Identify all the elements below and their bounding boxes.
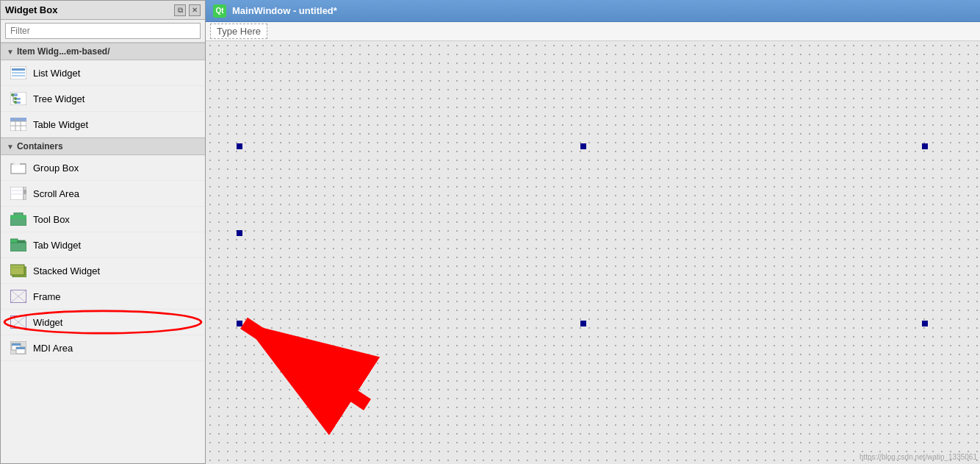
section-item-views-label: Item Widg...em-based/ — [17, 46, 110, 57]
widget-icon — [10, 313, 27, 331]
canvas-area[interactable]: 打开 https://blog.csdn.net/watin_1335061 — [206, 41, 980, 464]
main-title: MainWindow - untitled* — [232, 5, 337, 16]
scroll-area-label: Scroll Area — [33, 188, 79, 199]
tool-box-label: Tool Box — [33, 214, 70, 225]
svg-rect-1 — [12, 68, 25, 71]
svg-rect-37 — [10, 265, 24, 275]
qt-icon: Qt — [213, 4, 226, 18]
section-containers[interactable]: ▼ Containers — [1, 138, 205, 155]
frame-icon — [10, 288, 27, 305]
close-button[interactable]: ✕ — [189, 4, 201, 16]
sidebar-item-tab-widget[interactable]: Tab Widget — [1, 232, 205, 258]
svg-rect-32 — [10, 215, 26, 218]
widget-box-titlebar: Widget Box ⧉ ✕ — [1, 1, 205, 20]
tab-icon — [10, 236, 27, 254]
float-button[interactable]: ⧉ — [174, 4, 186, 16]
canvas-dot — [237, 321, 242, 326]
svg-rect-35 — [18, 240, 25, 243]
svg-rect-48 — [12, 343, 21, 346]
titlebar-buttons: ⧉ ✕ — [174, 4, 201, 16]
sidebar-item-widget[interactable]: Widget — [1, 310, 205, 335]
stacked-widget-label: Stacked Widget — [33, 265, 100, 276]
svg-point-13 — [14, 101, 17, 104]
tree-widget-label: Tree Widget — [33, 93, 84, 104]
sidebar-item-scroll-area[interactable]: Scroll Area — [1, 181, 205, 207]
svg-rect-33 — [10, 242, 26, 251]
canvas-dot — [237, 143, 242, 149]
section-containers-label: Containers — [17, 141, 63, 151]
canvas-dot — [922, 321, 928, 326]
widget-label: Widget — [33, 317, 62, 328]
containers-chevron-icon: ▼ — [7, 143, 14, 151]
sidebar-item-stacked-widget[interactable]: Stacked Widget — [1, 258, 205, 284]
svg-rect-2 — [12, 72, 25, 74]
tab-widget-label: Tab Widget — [33, 240, 81, 251]
svg-rect-50 — [16, 347, 25, 349]
arrow-overlay — [206, 41, 980, 464]
menubar: Type Here — [206, 22, 980, 41]
toolbox-icon — [10, 210, 27, 228]
sidebar-item-mdi-area[interactable]: MDI Area — [1, 335, 205, 361]
table-icon — [10, 115, 27, 133]
sidebar-item-tree-widget[interactable]: Tree Widget — [1, 86, 205, 112]
svg-point-11 — [11, 93, 14, 96]
table-widget-label: Table Widget — [33, 119, 88, 130]
list-icon — [10, 64, 27, 82]
section-item-views[interactable]: ▼ Item Widg...em-based/ — [1, 43, 205, 60]
chevron-icon: ▼ — [7, 48, 14, 56]
svg-rect-27 — [24, 190, 26, 194]
widget-box: Widget Box ⧉ ✕ ▼ Item Widg...em-based/ — [0, 0, 206, 464]
tree-icon — [10, 90, 27, 107]
sidebar-item-frame[interactable]: Frame — [1, 284, 205, 310]
groupbox-icon: □ — [10, 159, 27, 176]
mdi-area-label: MDI Area — [33, 343, 73, 354]
canvas-dot — [922, 143, 928, 149]
stacked-icon — [10, 262, 27, 279]
mdi-icon — [10, 339, 27, 357]
watermark: https://blog.csdn.net/watin_1335061 — [860, 453, 977, 461]
svg-rect-34 — [10, 239, 18, 243]
canvas-dot — [580, 143, 586, 149]
filter-input[interactable] — [5, 23, 201, 39]
main-area: Qt MainWindow - untitled* Type Here 打开 h… — [206, 0, 980, 464]
canvas-dot — [580, 321, 586, 326]
frame-label: Frame — [33, 291, 61, 302]
svg-rect-25 — [10, 187, 24, 200]
canvas-dot — [237, 230, 242, 236]
scroll-icon — [10, 185, 27, 202]
main-titlebar: Qt MainWindow - untitled* — [206, 0, 980, 22]
svg-rect-3 — [12, 75, 25, 76]
svg-line-52 — [244, 323, 367, 404]
filter-box — [1, 20, 205, 43]
sidebar-item-table-widget[interactable]: Table Widget — [1, 112, 205, 138]
widget-box-title: Widget Box — [5, 4, 57, 15]
widget-list: ▼ Item Widg...em-based/ List Widget — [1, 43, 205, 463]
menu-type-here[interactable]: Type Here — [210, 24, 267, 39]
list-widget-label: List Widget — [33, 68, 80, 79]
sidebar-item-group-box[interactable]: □ Group Box — [1, 155, 205, 181]
sidebar-item-tool-box[interactable]: Tool Box — [1, 207, 205, 232]
svg-rect-15 — [10, 118, 26, 121]
svg-point-12 — [14, 97, 17, 100]
group-box-label: Group Box — [33, 163, 79, 174]
sidebar-item-list-widget[interactable]: List Widget — [1, 60, 205, 86]
